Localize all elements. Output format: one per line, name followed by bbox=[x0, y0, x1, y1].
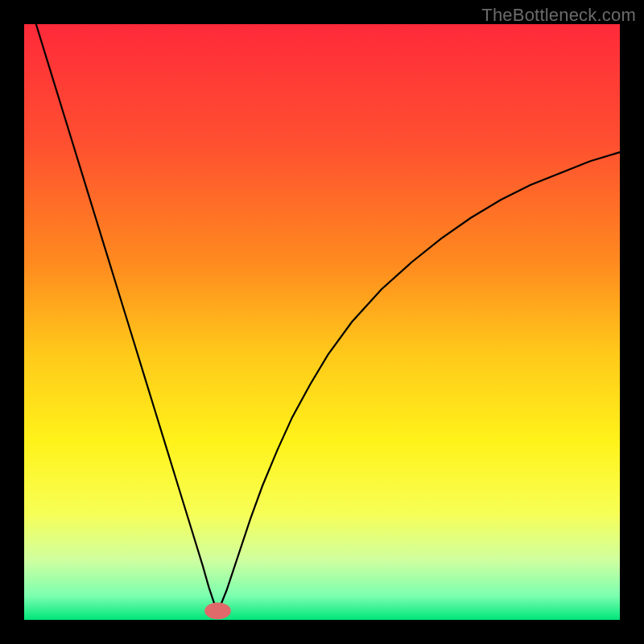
chart-frame bbox=[24, 24, 620, 620]
chart-svg bbox=[24, 24, 620, 620]
watermark-text: TheBottleneck.com bbox=[481, 5, 636, 26]
chart-background bbox=[24, 24, 620, 620]
minimum-marker bbox=[204, 603, 231, 620]
